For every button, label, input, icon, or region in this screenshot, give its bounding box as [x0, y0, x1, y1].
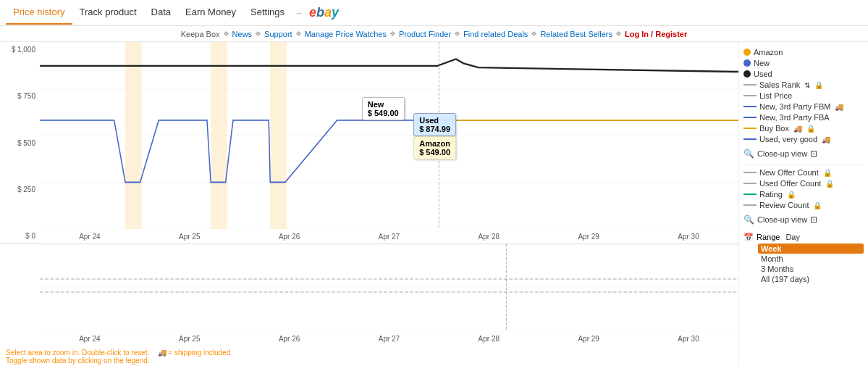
- y-label-1000: $ 1,000: [1, 46, 38, 54]
- chart-instructions: Select area to zoom in. Double-click to …: [0, 346, 738, 366]
- price-chart[interactable]: $ 1,000 $ 750 $ 500 $ 250 $ 0: [0, 42, 738, 244]
- x-bottom-apr25: Apr 25: [179, 335, 200, 343]
- subnav-support[interactable]: Support: [264, 30, 292, 38]
- legend-sales-rank[interactable]: Sales Rank ⇅ 🔒: [743, 80, 864, 89]
- calendar-icon: 📅: [743, 233, 754, 242]
- range-day[interactable]: Day: [783, 232, 803, 242]
- x-label-apr24: Apr 24: [79, 233, 100, 241]
- legend-buy-box[interactable]: Buy Box 🚚 🔒: [743, 124, 864, 133]
- new-offer-line: [743, 172, 757, 173]
- close-up-view-row-2[interactable]: 🔍 Close-up view ⊡: [743, 215, 864, 225]
- subnav-news[interactable]: News: [232, 30, 253, 38]
- range-all[interactable]: All (197 days): [758, 274, 864, 284]
- tooltip-new-label: New: [368, 100, 399, 109]
- legend-panel: Amazon New Used Sales Rank ⇅ 🔒 List Pric…: [739, 42, 868, 366]
- subnav-product-finder[interactable]: Product Finder: [399, 30, 451, 38]
- tab-price-history[interactable]: Price history: [6, 1, 72, 25]
- legend-list-price[interactable]: List Price: [743, 91, 864, 100]
- range-options: Week Month 3 Months All (197 days): [758, 244, 864, 284]
- legend-amazon-label: Amazon: [754, 48, 783, 57]
- legend-rating[interactable]: Rating 🔒: [743, 190, 864, 199]
- legend-new-offer-count[interactable]: New Offer Count 🔒: [743, 168, 864, 177]
- x-axis-bottom: Apr 24 Apr 25 Apr 26 Apr 27 Apr 28 Apr 2…: [40, 331, 738, 346]
- legend-rating-label: Rating: [759, 190, 783, 199]
- tooltip-new-value: $ 549.00: [368, 109, 399, 117]
- legend-divider: [743, 165, 864, 165]
- tooltip-amazon-value: $ 549.00: [419, 148, 450, 157]
- lock-icon-rating: 🔒: [787, 191, 796, 199]
- range-week[interactable]: Week: [758, 244, 864, 254]
- range-section: 📅 Range Day Week Month 3 Months All (197…: [743, 232, 864, 284]
- tab-earn-money[interactable]: Earn Money: [178, 1, 243, 25]
- svg-rect-6: [211, 42, 227, 229]
- legend-list-price-label: List Price: [759, 91, 792, 100]
- legend-used-very-good[interactable]: Used, very good 🚚: [743, 135, 864, 144]
- svg-rect-7: [270, 42, 287, 229]
- legend-new-fba-label: New, 3rd Party FBA: [759, 113, 830, 122]
- lock-icon-salesrank: 🔒: [814, 81, 823, 89]
- tab-settings[interactable]: Settings: [243, 1, 292, 25]
- nav-arrow: →: [292, 8, 306, 18]
- dual-screen-icon-2: ⊡: [810, 215, 817, 225]
- legend-sales-rank-label: Sales Rank: [759, 80, 800, 89]
- x-label-apr30: Apr 30: [678, 233, 699, 241]
- dual-screen-icon: ⊡: [810, 149, 817, 159]
- legend-used[interactable]: Used: [743, 70, 864, 78]
- buy-box-line: [743, 128, 757, 129]
- offer-count-chart[interactable]: Apr 24 Apr 25 Apr 26 Apr 27 Apr 28 Apr 2…: [0, 244, 738, 346]
- truck-icon-buybox: 🚚: [793, 125, 802, 133]
- legend-review-label: Review Count: [759, 201, 809, 209]
- legend-review-count[interactable]: Review Count 🔒: [743, 201, 864, 209]
- legend-used-offer-label: Used Offer Count: [759, 179, 821, 188]
- x-bottom-apr27: Apr 27: [379, 335, 400, 343]
- subnav-manage-watches[interactable]: Manage Price Watches: [305, 30, 387, 38]
- range-3months[interactable]: 3 Months: [758, 264, 864, 274]
- x-label-apr27: Apr 27: [379, 233, 400, 241]
- brand-name: Keepa Box: [181, 30, 220, 38]
- legend-new-offer-label: New Offer Count: [759, 168, 819, 177]
- new-fbm-line: [743, 106, 757, 107]
- y-axis-bottom: [0, 244, 40, 331]
- range-month[interactable]: Month: [758, 254, 864, 264]
- truck-icon-usedvg: 🚚: [822, 136, 830, 144]
- legend-amazon[interactable]: Amazon: [743, 48, 864, 57]
- close-up-label-2[interactable]: Close-up view: [757, 215, 807, 224]
- price-chart-svg: [40, 42, 738, 229]
- tooltip-amazon: Amazon $ 549.00: [413, 136, 456, 159]
- legend-used-offer-count[interactable]: Used Offer Count 🔒: [743, 179, 864, 188]
- top-navigation: Price history Track product Data Earn Mo…: [0, 0, 868, 26]
- magnifier-icon-2: 🔍: [743, 215, 754, 225]
- shipping-icon: 🚚: [158, 349, 167, 357]
- truck-icon-fbm: 🚚: [835, 103, 843, 111]
- used-dot: [743, 70, 751, 78]
- review-line: [743, 204, 757, 206]
- new-dot: [743, 59, 751, 67]
- range-row: 📅 Range Day: [743, 232, 864, 242]
- tab-data[interactable]: Data: [144, 1, 178, 25]
- sort-icon: ⇅: [804, 81, 810, 89]
- lock-icon-new-offer: 🔒: [823, 169, 832, 177]
- tooltip-used-value: $ 874.99: [419, 125, 450, 133]
- ebay-logo: ebay: [309, 5, 339, 20]
- rating-line: [743, 194, 757, 195]
- y-axis: $ 1,000 $ 750 $ 500 $ 250 $ 0: [0, 42, 40, 244]
- offer-chart-svg: [40, 244, 738, 331]
- x-label-apr25: Apr 25: [179, 233, 200, 241]
- close-up-view-row[interactable]: 🔍 Close-up view ⊡: [743, 149, 864, 159]
- x-axis: Apr 24 Apr 25 Apr 26 Apr 27 Apr 28 Apr 2…: [40, 229, 738, 244]
- close-up-label[interactable]: Close-up view: [757, 149, 807, 158]
- legend-new-fbm[interactable]: New, 3rd Party FBM 🚚: [743, 102, 864, 111]
- tab-track-product[interactable]: Track product: [72, 1, 144, 25]
- x-bottom-apr28: Apr 28: [479, 335, 500, 343]
- login-link[interactable]: Log In / Register: [625, 30, 687, 38]
- new-fba-line: [743, 117, 757, 118]
- magnifier-icon: 🔍: [743, 149, 754, 159]
- range-label: Range: [757, 233, 780, 241]
- legend-new-fba[interactable]: New, 3rd Party FBA: [743, 113, 864, 122]
- chart-area: $ 1,000 $ 750 $ 500 $ 250 $ 0: [0, 42, 739, 366]
- main-content: $ 1,000 $ 750 $ 500 $ 250 $ 0: [0, 42, 868, 366]
- subnav-find-deals[interactable]: Find related Deals: [463, 30, 528, 38]
- subnav-best-sellers[interactable]: Related Best Sellers: [540, 30, 612, 38]
- legend-new[interactable]: New: [743, 59, 864, 67]
- legend-used-vg-label: Used, very good: [759, 135, 817, 144]
